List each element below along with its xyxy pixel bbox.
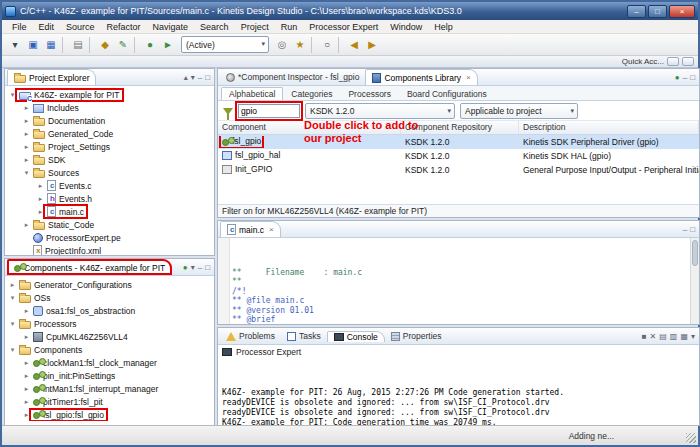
tree-item[interactable]: ▸ Project_Settings: [5, 140, 214, 153]
menu-item[interactable]: Edit: [33, 22, 61, 32]
tree-item[interactable]: ▸ osa1:fsl_os_abstraction: [5, 304, 214, 317]
toolbar-button[interactable]: ★: [291, 36, 309, 54]
toolbar-button[interactable]: [338, 37, 343, 53]
library-subtab[interactable]: Alphabetical: [221, 87, 283, 100]
editor-body[interactable]: ** Filename : main.c**/*!** @file main.c…: [218, 238, 699, 324]
toolbar-button[interactable]: ►: [159, 36, 177, 54]
perspective-button-cpp[interactable]: [667, 57, 679, 66]
expand-arrow-icon[interactable]: ▸: [22, 117, 31, 125]
toolbar-button[interactable]: ●: [141, 36, 159, 54]
tree-item[interactable]: ▸ main.c: [5, 205, 214, 218]
console-toolbar-icon[interactable]: ▥: [670, 332, 678, 341]
scrollbar-thumb[interactable]: [692, 240, 698, 266]
toolbar-button[interactable]: ◀: [345, 36, 363, 54]
tree-item[interactable]: ▸ Generator_Configurations: [5, 278, 214, 291]
tree-item[interactable]: ProcessorExpert.pe: [5, 231, 214, 244]
console-tab[interactable]: Tasks: [281, 331, 327, 341]
tree-item[interactable]: ▾ OSs: [5, 291, 214, 304]
tree-item[interactable]: ▸ fsl_gpio:fsl_gpio: [5, 408, 214, 421]
menu-item[interactable]: File: [6, 22, 33, 32]
minimize-view-icon[interactable]: –: [198, 73, 202, 82]
toolbar-button[interactable]: ✎: [114, 36, 132, 54]
close-button[interactable]: ×: [669, 5, 695, 18]
console-toolbar-icon[interactable]: ✕: [650, 332, 657, 341]
library-row[interactable]: fsl_gpio_hal KSDK 1.2.0 Kinetis SDK HAL …: [218, 149, 699, 163]
menu-item[interactable]: Window: [384, 22, 428, 32]
expand-arrow-icon[interactable]: ▾: [22, 169, 31, 177]
menu-item[interactable]: Search: [194, 22, 235, 32]
tree-item[interactable]: ▾ Sources: [5, 166, 214, 179]
expand-arrow-icon[interactable]: ▸: [22, 385, 31, 393]
library-row[interactable]: Init_GPIO KSDK 1.2.0 General Purpose Inp…: [218, 163, 699, 177]
expand-arrow-icon[interactable]: ▸: [22, 333, 31, 341]
library-subtab[interactable]: Board Configurations: [399, 87, 495, 100]
menu-item[interactable]: Refactor: [101, 22, 147, 32]
expand-arrow-icon[interactable]: ▸: [22, 104, 31, 112]
collapse-all-icon[interactable]: ▴: [184, 73, 188, 82]
toolbar-button[interactable]: ▣: [24, 36, 42, 54]
console-tab[interactable]: Problems: [220, 331, 281, 341]
toolbar-button[interactable]: ▤: [69, 36, 87, 54]
maximize-button[interactable]: □: [648, 5, 667, 18]
expand-arrow-icon[interactable]: ▸: [22, 411, 31, 419]
tree-item[interactable]: ▸ Events.h: [5, 192, 214, 205]
component-filter-input[interactable]: [238, 104, 300, 118]
toolbar-button[interactable]: ▾: [6, 36, 24, 54]
tree-item[interactable]: ▸ SDK: [5, 153, 214, 166]
toolbar-button[interactable]: ◎: [273, 36, 291, 54]
console-output[interactable]: K46Z- example for PIT: 26 Aug, 2015 2:27…: [218, 358, 699, 426]
menu-item[interactable]: Run: [275, 22, 304, 32]
toolbar-button[interactable]: [62, 37, 67, 53]
library-row[interactable]: fsl_gpio KSDK 1.2.0 Kinetis SDK Peripher…: [218, 135, 699, 149]
view-menu-icon[interactable]: ▾: [191, 73, 195, 82]
tree-item[interactable]: ▸ intMan1:fsl_interrupt_manager: [5, 382, 214, 395]
menu-item[interactable]: Source: [60, 22, 101, 32]
tab-components-view[interactable]: Components - K46Z- example for PIT: [7, 259, 172, 275]
expand-arrow-icon[interactable]: ▸: [8, 281, 17, 289]
expand-arrow-icon[interactable]: ▾: [8, 91, 17, 99]
expand-arrow-icon[interactable]: ▸: [22, 143, 31, 151]
editor-scrollbar[interactable]: [690, 238, 699, 324]
toolbar-button[interactable]: ▦: [42, 36, 60, 54]
code-area[interactable]: ** Filename : main.c**/*!** @file main.c…: [232, 239, 689, 324]
console-toolbar-icon[interactable]: ▦: [680, 332, 688, 341]
expand-arrow-icon[interactable]: ▾: [8, 320, 17, 328]
expand-arrow-icon[interactable]: ▸: [22, 398, 31, 406]
tree-item[interactable]: ▾ Processors: [5, 317, 214, 330]
tree-item[interactable]: ▸ Static_Code: [5, 218, 214, 231]
toolbar-button[interactable]: [311, 37, 316, 53]
tree-item[interactable]: ▸ Events.c: [5, 179, 214, 192]
menu-item[interactable]: Project: [235, 22, 275, 32]
expand-arrow-icon[interactable]: ▸: [22, 221, 31, 229]
tree-item[interactable]: ▾ Components: [5, 343, 214, 356]
refresh-icon[interactable]: ●: [675, 73, 680, 82]
toolbar-button[interactable]: ▶: [363, 36, 381, 54]
tab-components-library[interactable]: Components Library ×: [365, 69, 477, 85]
perspective-button-debug[interactable]: [682, 57, 694, 66]
toolbar-button[interactable]: [89, 37, 94, 53]
applicable-combo[interactable]: Applicable to project: [460, 103, 578, 119]
console-tab[interactable]: Properties: [385, 331, 448, 341]
toolbar-button[interactable]: ◆: [96, 36, 114, 54]
tree-item[interactable]: ▸ clockMan1:fsl_clock_manager: [5, 356, 214, 369]
tab-main-c[interactable]: main.c ×: [220, 221, 281, 237]
toolbar-button[interactable]: [134, 37, 139, 53]
console-toolbar-icon[interactable]: ▾: [691, 332, 695, 341]
expand-arrow-icon[interactable]: ▾: [8, 294, 17, 302]
minimize-view-icon[interactable]: –: [683, 225, 687, 234]
tab-component-inspector[interactable]: *Component Inspector - fsl_gpio: [220, 69, 365, 85]
expand-arrow-icon[interactable]: ▸: [22, 372, 31, 380]
toolbar-button[interactable]: ○: [318, 36, 336, 54]
maximize-view-icon[interactable]: □: [205, 73, 210, 82]
menu-item[interactable]: Processor Expert: [303, 22, 384, 32]
tree-item[interactable]: ▸ CpuMKL46Z256VLL4: [5, 330, 214, 343]
tree-item[interactable]: ▸ Includes: [5, 101, 214, 114]
menu-item[interactable]: Navigate: [147, 22, 195, 32]
tree-item[interactable]: ▸ Generated_Code: [5, 127, 214, 140]
maximize-view-icon[interactable]: □: [205, 263, 210, 272]
tree-item[interactable]: ▸ pin_init:PinSettings: [5, 369, 214, 382]
close-icon[interactable]: ×: [269, 225, 274, 234]
menu-item[interactable]: Help: [428, 22, 459, 32]
library-subtab[interactable]: Categories: [283, 87, 340, 100]
expand-arrow-icon[interactable]: ▸: [22, 156, 31, 164]
